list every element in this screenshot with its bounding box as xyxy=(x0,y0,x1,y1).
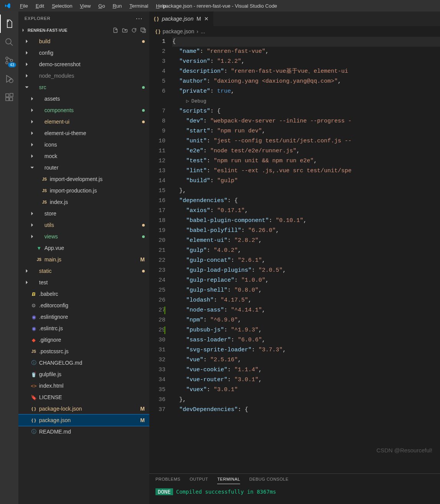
folder-views[interactable]: views xyxy=(18,231,149,242)
file-import-development-js[interactable]: JSimport-development.js xyxy=(18,173,149,185)
code-line[interactable]: "version": "1.2.2", xyxy=(172,57,440,67)
file--eslintrc-js[interactable]: ◉.eslintrc.js xyxy=(18,323,149,334)
menu-item-selection[interactable]: Selection xyxy=(49,2,75,10)
code-line[interactable]: "gulp-concat": "2.6.1", xyxy=(172,256,440,266)
folder-assets[interactable]: assets xyxy=(18,93,149,104)
code-line[interactable]: "gulp-load-plugins": "2.0.5", xyxy=(172,266,440,276)
code-line[interactable]: "vue-router": "3.0.1", xyxy=(172,375,440,385)
menu-item-edit[interactable]: Edit xyxy=(33,2,47,10)
folder-mock[interactable]: mock xyxy=(18,150,149,162)
code-line[interactable]: "build": "gulp" xyxy=(172,176,440,186)
code-line[interactable]: "element-ui": "2.8.2", xyxy=(172,236,440,246)
panel-tab-terminal[interactable]: TERMINAL xyxy=(217,477,240,484)
code-line[interactable]: "vue": "2.5.16", xyxy=(172,355,440,365)
code-editor[interactable]: 1234567891011121314151617181920212223242… xyxy=(149,37,440,473)
code-line[interactable]: "devDependencies": { xyxy=(172,405,440,415)
code-line[interactable]: "e2e": "node test/e2e/runner.js", xyxy=(172,146,440,156)
code-line[interactable]: "private": true, xyxy=(172,86,440,96)
code-line[interactable]: "svg-sprite-loader": "3.7.3", xyxy=(172,345,440,355)
menu-item-run[interactable]: Run xyxy=(110,2,125,10)
code-line[interactable]: }, xyxy=(172,395,440,405)
code-line[interactable]: "babel-plugin-component": "0.10.1", xyxy=(172,216,440,226)
code-line[interactable]: }, xyxy=(172,186,440,196)
folder-build[interactable]: build xyxy=(18,36,149,47)
file--editorconfig[interactable]: ⚙.editorconfig xyxy=(18,300,149,311)
file-App-vue[interactable]: ▼App.vue xyxy=(18,242,149,254)
code-line[interactable]: "lint": "eslint --ext .js,.vue src test/… xyxy=(172,166,440,176)
folder-icons[interactable]: icons xyxy=(18,139,149,150)
code-line[interactable]: "dependencies": { xyxy=(172,196,440,206)
file--gitignore[interactable]: ◆.gitignore xyxy=(18,334,149,346)
more-actions-icon[interactable]: ⋯ xyxy=(136,14,143,23)
code-line[interactable]: "gulp-replace": "1.0.0", xyxy=(172,276,440,285)
code-line[interactable]: "vue-cookie": "1.1.4", xyxy=(172,365,440,375)
folder-element-ui[interactable]: element-ui xyxy=(18,116,149,127)
code-line[interactable]: "gulp-shell": "0.8.0", xyxy=(172,285,440,295)
file-main-js[interactable]: JSmain.jsM xyxy=(18,254,149,265)
file-index-js[interactable]: JSindex.js xyxy=(18,196,149,208)
code-line[interactable]: "unit": "jest --config test/unit/jest.co… xyxy=(172,136,440,146)
folder-components[interactable]: components xyxy=(18,104,149,116)
folder-demo-screenshot[interactable]: demo-screenshot xyxy=(18,59,149,70)
new-folder-icon[interactable] xyxy=(122,27,128,33)
menu-item-view[interactable]: View xyxy=(77,2,94,10)
folder-utils[interactable]: utils xyxy=(18,219,149,231)
terminal-output[interactable]: DONECompiled successfully in 8367ms xyxy=(149,487,440,496)
code-line[interactable]: "babel-polyfill": "6.26.0", xyxy=(172,226,440,236)
menu-item-terminal[interactable]: Terminal xyxy=(126,2,151,10)
folder-router[interactable]: router xyxy=(18,162,149,173)
debug-codelens[interactable]: ▷Debug xyxy=(186,96,206,106)
file-index-html[interactable]: <>index.html xyxy=(18,380,149,391)
menu-item-file[interactable]: File xyxy=(17,2,31,10)
code-line[interactable]: "sass-loader": "6.0.6", xyxy=(172,335,440,345)
code-line[interactable]: "axios": "0.17.1", xyxy=(172,206,440,216)
file--eslintignore[interactable]: ◉.eslintignore xyxy=(18,311,149,323)
folder-element-ui-theme[interactable]: element-ui-theme xyxy=(18,127,149,139)
code-line[interactable]: "author": "daxiong.yang <daxiong.yang@qq… xyxy=(172,77,440,86)
code-line[interactable]: "description": "renren-fast-vue基于vue、ele… xyxy=(172,67,440,77)
run-tab-icon[interactable] xyxy=(0,70,18,88)
file-README-md[interactable]: ⓘREADME.md xyxy=(18,426,149,437)
new-file-icon[interactable] xyxy=(113,27,119,33)
file-LICENSE[interactable]: 🔖LICENSE xyxy=(18,391,149,403)
panel-tab-output[interactable]: OUTPUT xyxy=(190,477,208,484)
code-line[interactable]: { xyxy=(172,37,440,47)
extensions-tab-icon[interactable] xyxy=(0,88,18,106)
file-gulpfile-js[interactable]: 🥤gulpfile.js xyxy=(18,369,149,380)
code-line[interactable]: "npm": "^6.9.0", xyxy=(172,315,440,325)
file-package-json[interactable]: { }package.jsonM xyxy=(18,414,149,426)
code-line[interactable]: "dev": "webpack-dev-server --inline --pr… xyxy=(172,116,440,126)
folder-static[interactable]: static xyxy=(18,265,149,277)
code-line[interactable]: "test": "npm run unit && npm run e2e", xyxy=(172,156,440,166)
file-import-production-js[interactable]: JSimport-production.js xyxy=(18,185,149,196)
code-line[interactable]: "name": "renren-fast-vue", xyxy=(172,47,440,57)
collapse-icon[interactable] xyxy=(140,27,146,33)
folder-src[interactable]: src xyxy=(18,82,149,93)
code-line[interactable]: "lodash": "4.17.5", xyxy=(172,295,440,305)
file-package-lock-json[interactable]: { }package-lock.jsonM xyxy=(18,403,149,414)
file--babelrc[interactable]: B.babelrc xyxy=(18,288,149,300)
file--postcssrc-js[interactable]: JS.postcssrc.js xyxy=(18,346,149,357)
folder-node_modules[interactable]: node_modules xyxy=(18,70,149,82)
menu-item-go[interactable]: Go xyxy=(95,2,108,10)
code-line[interactable]: "node-sass": "^4.14.1", xyxy=(172,305,440,315)
code-line[interactable]: "scripts": { xyxy=(172,106,440,116)
tab-package-json[interactable]: { } package.json M ✕ xyxy=(149,11,213,26)
folder-test[interactable]: test xyxy=(18,277,149,288)
code-line[interactable]: "gulp": "4.0.2", xyxy=(172,246,440,256)
file-CHANGELOG-md[interactable]: ⓘCHANGELOG.md xyxy=(18,357,149,369)
panel-tab-problems[interactable]: PROBLEMS xyxy=(155,477,180,484)
code-line[interactable]: "start": "npm run dev", xyxy=(172,126,440,136)
scm-tab-icon[interactable]: 43 xyxy=(0,51,18,70)
code-line[interactable]: "vuex": "3.0.1" xyxy=(172,385,440,395)
close-icon[interactable]: ✕ xyxy=(204,16,209,22)
folder-store[interactable]: store xyxy=(18,208,149,219)
folder-section-header[interactable]: RENREN-FAST-VUE xyxy=(18,25,149,36)
explorer-tab-icon[interactable] xyxy=(0,15,18,33)
folder-config[interactable]: config xyxy=(18,47,149,59)
search-tab-icon[interactable] xyxy=(0,33,18,51)
breadcrumb[interactable]: { } package.json › ... xyxy=(149,26,440,37)
refresh-icon[interactable] xyxy=(131,27,137,33)
panel-tab-debug-console[interactable]: DEBUG CONSOLE xyxy=(249,477,288,484)
code-line[interactable]: "pubsub-js": "^1.9.3", xyxy=(172,325,440,335)
